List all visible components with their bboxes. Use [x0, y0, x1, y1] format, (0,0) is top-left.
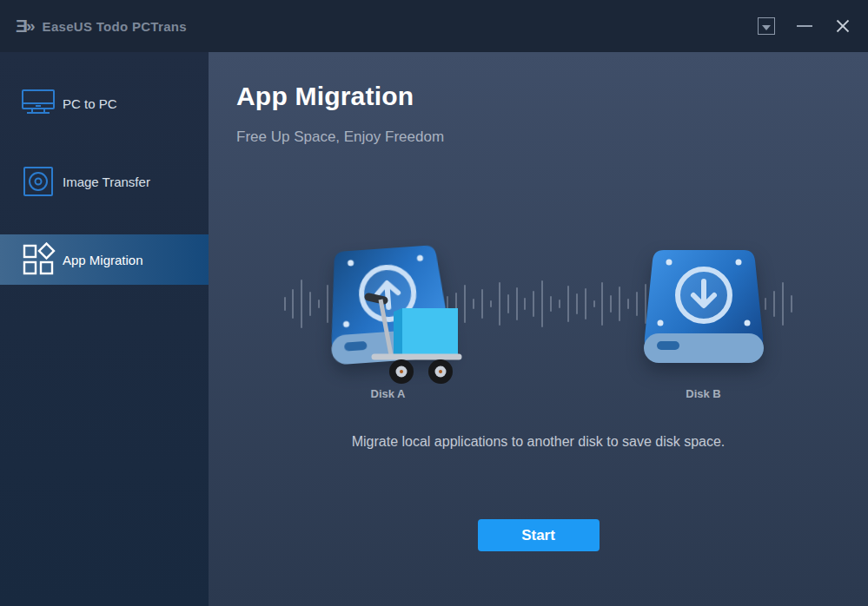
- app-title: EaseUS Todo PCTrans: [43, 19, 187, 34]
- waveform-bar: [576, 293, 578, 314]
- waveform-bar: [610, 295, 612, 313]
- app-window: Ǝ» EaseUS Todo PCTrans: [0, 0, 868, 606]
- sidebar-item-label: App Migration: [63, 253, 143, 267]
- waveform-bar: [516, 287, 518, 320]
- waveform-bar: [524, 298, 526, 310]
- waveform-bar: [499, 282, 500, 326]
- apps-grid-icon: [21, 242, 56, 277]
- waveform-bar: [490, 300, 492, 307]
- window-controls: [757, 16, 852, 36]
- page-subtitle: Free Up Space, Enjoy Freedom: [236, 128, 868, 146]
- waveform-bar: [550, 296, 552, 312]
- waveform-bar: [507, 294, 509, 313]
- waveform-bar: [567, 286, 569, 322]
- minimize-button[interactable]: [795, 16, 814, 36]
- caption: Migrate local applications to another di…: [209, 434, 868, 450]
- page-title: App Migration: [236, 82, 868, 111]
- waveform-bar: [309, 292, 311, 316]
- waveform-bar: [636, 292, 638, 316]
- waveform-bar: [782, 282, 784, 326]
- waveform-bar: [541, 280, 543, 327]
- waveform-bar: [791, 295, 792, 313]
- disk-b-label: Disk B: [643, 387, 765, 400]
- disk-illustration: Disk A Disk B: [282, 243, 795, 405]
- disk-a-illustration: [328, 243, 449, 382]
- easeus-logo-icon: Ǝ»: [16, 16, 32, 36]
- waveform-bar: [292, 289, 294, 319]
- waveform-bar: [533, 291, 534, 317]
- waveform-bar: [464, 285, 466, 323]
- waveform-bar: [318, 300, 320, 308]
- cart-icon: [361, 287, 464, 385]
- waveform-bar: [585, 288, 586, 319]
- start-button[interactable]: Start: [478, 519, 600, 551]
- sidebar-item-app-migration[interactable]: App Migration: [0, 234, 209, 285]
- waveform-bar: [481, 289, 483, 319]
- sidebar-item-pc-to-pc[interactable]: PC to PC: [0, 78, 209, 128]
- waveform-bar: [619, 287, 620, 321]
- sidebar-item-image-transfer[interactable]: Image Transfer: [0, 156, 209, 207]
- disk-b-illustration: [643, 245, 765, 384]
- main-panel: App Migration Free Up Space, Enjoy Freed…: [209, 52, 868, 606]
- waveform-bar: [593, 300, 595, 307]
- menu-dropdown-button[interactable]: [757, 16, 776, 36]
- close-button[interactable]: [833, 16, 852, 36]
- waveform-bar: [765, 298, 766, 310]
- waveform-bar: [473, 299, 474, 309]
- disk-a-label: Disk A: [328, 387, 449, 400]
- waveform-bar: [284, 297, 286, 311]
- waveform-bar: [601, 282, 603, 326]
- waveform-bar: [773, 291, 775, 317]
- waveform-bar: [627, 299, 629, 309]
- waveform-bar: [301, 280, 302, 328]
- waveform-bar: [559, 300, 560, 308]
- window-body: PC to PC Image Transfer: [0, 52, 868, 606]
- sidebar-item-label: PC to PC: [63, 96, 117, 111]
- monitor-icon: [21, 86, 56, 121]
- titlebar: Ǝ» EaseUS Todo PCTrans: [0, 0, 868, 52]
- menu-dropdown-icon: [758, 17, 775, 35]
- minimize-icon: [797, 25, 812, 27]
- disk-b-icon: [643, 245, 765, 366]
- close-icon: [834, 17, 851, 35]
- disc-icon: [21, 164, 56, 199]
- sidebar: PC to PC Image Transfer: [0, 52, 209, 606]
- sidebar-item-label: Image Transfer: [63, 175, 150, 189]
